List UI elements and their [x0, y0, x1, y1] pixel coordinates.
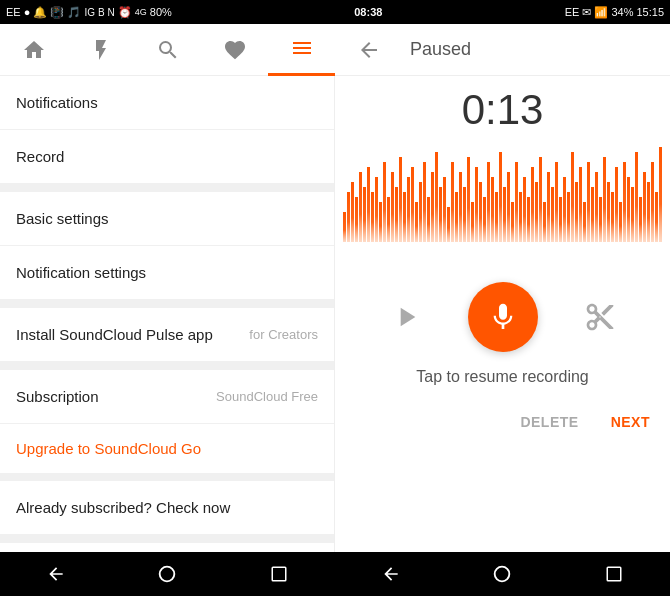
svg-rect-63 — [595, 172, 598, 242]
nav-back[interactable] — [335, 24, 402, 76]
svg-rect-51 — [547, 172, 550, 242]
subscription-sub: SoundCloud Free — [216, 389, 318, 404]
svg-rect-7 — [371, 192, 374, 242]
bottom-back-button-1[interactable] — [26, 552, 86, 596]
next-button[interactable]: NEXT — [607, 406, 654, 438]
svg-rect-49 — [539, 157, 542, 242]
svg-rect-37 — [491, 177, 494, 242]
bottom-home-button-2[interactable] — [472, 552, 532, 596]
svg-rect-35 — [483, 197, 486, 242]
controls-row — [384, 282, 622, 352]
main-layout: Notifications Record Basic settings Noti… — [0, 76, 670, 552]
bottom-home-button-1[interactable] — [137, 552, 197, 596]
svg-rect-65 — [603, 157, 606, 242]
svg-rect-12 — [391, 172, 394, 242]
sidebar-item-notifications[interactable]: Notifications — [0, 76, 334, 130]
svg-rect-29 — [459, 172, 462, 242]
svg-point-83 — [495, 567, 510, 582]
svg-rect-40 — [503, 187, 506, 242]
svg-rect-69 — [619, 202, 622, 242]
status-left: EE ● 🔔 📳 🎵 IG B N ⏰ 4G 80% — [6, 6, 172, 19]
svg-rect-75 — [643, 172, 646, 242]
battery-icon: 80% — [150, 6, 172, 18]
bottom-recents-button-1[interactable] — [249, 552, 309, 596]
svg-rect-53 — [555, 162, 558, 242]
bottom-back-button-2[interactable] — [361, 552, 421, 596]
svg-rect-82 — [272, 567, 286, 581]
nav-activity[interactable] — [67, 24, 134, 76]
svg-rect-42 — [511, 202, 514, 242]
svg-rect-1 — [347, 192, 350, 242]
svg-rect-28 — [455, 192, 458, 242]
nav-likes[interactable] — [201, 24, 268, 76]
nav-search[interactable] — [134, 24, 201, 76]
svg-rect-4 — [359, 172, 362, 242]
time-right: 15:15 — [636, 6, 664, 18]
tap-text: Tap to resume recording — [416, 368, 589, 386]
sidebar-item-notification-settings[interactable]: Notification settings — [0, 246, 334, 300]
svg-rect-61 — [587, 162, 590, 242]
svg-rect-6 — [367, 167, 370, 242]
carrier-right: EE — [565, 6, 580, 18]
bottom-nav — [0, 552, 670, 596]
sidebar-item-already-subscribed[interactable]: Already subscribed? Check now — [0, 481, 334, 535]
notification-settings-label: Notification settings — [16, 264, 146, 281]
status-bar: EE ● 🔔 📳 🎵 IG B N ⏰ 4G 80% 08:38 EE ✉ 📶 … — [0, 0, 670, 24]
sidebar-item-subscription[interactable]: Subscription SoundCloud Free — [0, 370, 334, 424]
sidebar-item-pulse-app[interactable]: Install SoundCloud Pulse app for Creator… — [0, 308, 334, 362]
svg-rect-21 — [427, 197, 430, 242]
network-4g-icon: 4G — [135, 7, 147, 17]
svg-rect-36 — [487, 162, 490, 242]
svg-rect-43 — [515, 162, 518, 242]
sidebar-item-upgrade[interactable]: Upgrade to SoundCloud Go — [0, 424, 334, 473]
svg-rect-80 — [343, 242, 663, 262]
scissors-button[interactable] — [578, 295, 622, 339]
nav-home[interactable] — [0, 24, 67, 76]
sidebar-item-help[interactable]: Help — [0, 543, 334, 552]
svg-rect-56 — [567, 192, 570, 242]
delete-button[interactable]: DELETE — [516, 406, 582, 438]
svg-rect-5 — [363, 187, 366, 242]
svg-rect-77 — [651, 162, 654, 242]
svg-rect-22 — [431, 172, 434, 242]
svg-rect-79 — [659, 147, 662, 242]
sidebar-item-basic-settings[interactable]: Basic settings — [0, 192, 334, 246]
svg-rect-76 — [647, 182, 650, 242]
svg-rect-74 — [639, 197, 642, 242]
subscription-label: Subscription — [16, 388, 99, 405]
svg-rect-10 — [383, 162, 386, 242]
svg-rect-8 — [375, 177, 378, 242]
nav-menu[interactable] — [268, 24, 335, 76]
microphone-button[interactable] — [468, 282, 538, 352]
email-icon: ✉ — [582, 6, 591, 19]
svg-rect-47 — [531, 167, 534, 242]
svg-rect-54 — [559, 197, 562, 242]
pulse-app-label: Install SoundCloud Pulse app — [16, 326, 213, 343]
sidebar-divider-2 — [0, 300, 334, 308]
svg-rect-30 — [463, 187, 466, 242]
svg-rect-27 — [451, 162, 454, 242]
svg-rect-32 — [471, 202, 474, 242]
svg-rect-15 — [403, 192, 406, 242]
svg-rect-52 — [551, 187, 554, 242]
alarm-icon: 🔔 — [33, 6, 47, 19]
svg-rect-44 — [519, 192, 522, 242]
svg-rect-71 — [627, 177, 630, 242]
sidebar-divider-3 — [0, 362, 334, 370]
sidebar: Notifications Record Basic settings Noti… — [0, 76, 335, 552]
recording-panel: 0:13 — [335, 76, 670, 552]
sidebar-item-record[interactable]: Record — [0, 130, 334, 184]
svg-rect-48 — [535, 182, 538, 242]
svg-rect-9 — [379, 202, 382, 242]
svg-rect-58 — [575, 182, 578, 242]
clock-icon: ⏰ — [118, 6, 132, 19]
svg-rect-13 — [395, 187, 398, 242]
play-button[interactable] — [384, 295, 428, 339]
svg-rect-59 — [579, 167, 582, 242]
instagram-icon: IG — [84, 7, 95, 18]
waveform-container — [343, 142, 663, 262]
svg-rect-72 — [631, 187, 634, 242]
svg-rect-70 — [623, 162, 626, 242]
svg-rect-57 — [571, 152, 574, 242]
bottom-recents-button-2[interactable] — [584, 552, 644, 596]
